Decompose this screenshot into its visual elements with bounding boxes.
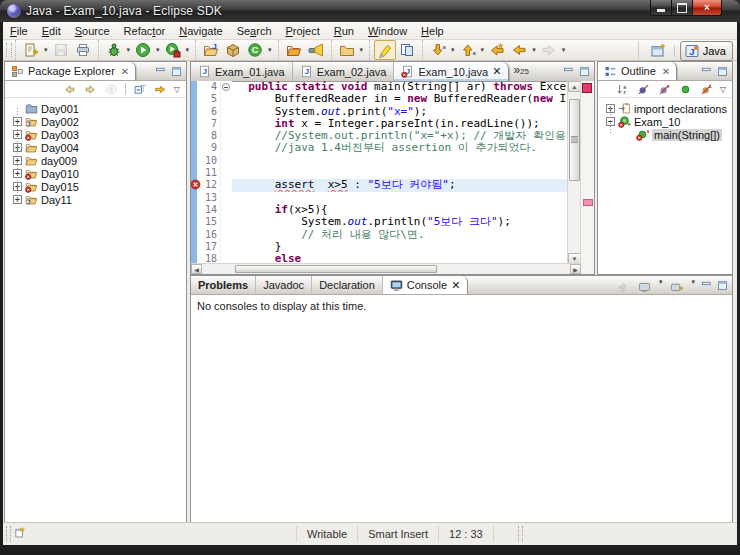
outline-item-exam-10[interactable]: −Exam_10: [598, 115, 732, 128]
scrollbar-thumb[interactable]: [235, 265, 437, 273]
previous-annotation-button[interactable]: a: [457, 40, 479, 60]
collapse-all-button[interactable]: [130, 81, 149, 98]
hide-static-members-button[interactable]: s: [655, 81, 674, 98]
overview-error-mark[interactable]: [583, 199, 593, 206]
hide-local-types-button[interactable]: L: [697, 81, 716, 98]
editor-tab-exam_10.java[interactable]: JExam_10.java✕: [394, 62, 509, 81]
view-maximize-button[interactable]: [716, 64, 729, 82]
last-edit-location-button[interactable]: [486, 40, 508, 60]
open-console-dropdown[interactable]: ▾: [689, 278, 697, 296]
code-line[interactable]: 14 if(x>5){: [191, 204, 568, 216]
tree-item-day11[interactable]: +JDay11: [5, 193, 186, 206]
tree-item-day002[interactable]: +JDay002: [5, 115, 186, 128]
menu-refactor[interactable]: Refactor: [117, 24, 173, 38]
view-tab-outline[interactable]: Outline✕: [598, 62, 677, 80]
back-button[interactable]: [508, 40, 530, 60]
code-line[interactable]: 12 assert x>5 : "5보다 커야됨";: [191, 179, 568, 191]
view-menu-icon[interactable]: ▽: [172, 85, 182, 94]
previous-annotation-dropdown[interactable]: ▾: [479, 46, 487, 54]
maximize-button[interactable]: [672, 0, 692, 16]
code-line[interactable]: 17 }: [191, 241, 568, 253]
display-selected-console-button[interactable]: [635, 278, 654, 296]
open-resource-dropdown[interactable]: ▾: [358, 46, 366, 54]
console-tab-console[interactable]: Console✕: [383, 276, 469, 294]
menu-run[interactable]: Run: [327, 24, 361, 38]
outline-item-main-string-[interactable]: smain(String[]): [616, 128, 732, 141]
console-maximize-button[interactable]: [716, 278, 729, 296]
editor-tab-exam_01.java[interactable]: JExam_01.java: [191, 62, 293, 81]
fold-ruler-cell[interactable]: [220, 81, 232, 93]
code-line[interactable]: 8 //System.out.println("x="+x); // 개발자 확…: [191, 130, 568, 142]
menu-window[interactable]: Window: [361, 24, 414, 38]
code-line[interactable]: 4 public static void main(String[] ar) t…: [191, 81, 568, 93]
code-line[interactable]: 10: [191, 155, 568, 167]
menu-edit[interactable]: Edit: [35, 24, 68, 38]
menu-source[interactable]: Source: [68, 24, 117, 38]
debug-dropdown[interactable]: ▾: [125, 46, 133, 54]
open-perspective-button[interactable]: [647, 41, 669, 61]
run-external-tools-button[interactable]: [162, 40, 184, 60]
scrollbar-thumb[interactable]: [569, 99, 580, 181]
menu-help[interactable]: Help: [414, 24, 451, 38]
code-line[interactable]: 13: [191, 192, 568, 204]
open-resource-button[interactable]: [336, 40, 358, 60]
code-line[interactable]: 9 //java 1.4버전부터 assertion 이 추가되었다.: [191, 142, 568, 154]
outline-item-import-declarations[interactable]: +import declarations: [598, 102, 732, 115]
view-minimize-button[interactable]: [154, 64, 167, 82]
editor-maximize-button[interactable]: [578, 64, 591, 82]
scroll-right-button[interactable]: ▶: [570, 264, 581, 274]
editor-horizontal-scrollbar[interactable]: ◀▶: [191, 263, 581, 274]
minimize-button[interactable]: [650, 0, 672, 16]
editor-tab-exam_02.java[interactable]: JExam_02.java: [293, 62, 395, 81]
editor-minimize-button[interactable]: [562, 64, 575, 82]
tree-item-day010[interactable]: +Day010: [5, 167, 186, 180]
code-line[interactable]: 15 System.out.println("5보다 크다");: [191, 216, 568, 228]
editor-vertical-scrollbar[interactable]: ▲▼: [567, 81, 581, 264]
search-button[interactable]: [305, 40, 327, 60]
print-button[interactable]: [72, 40, 94, 60]
tree-item-day004[interactable]: +Day004: [5, 141, 186, 154]
new-java-project-button[interactable]: J: [200, 40, 222, 60]
up-button[interactable]: [102, 81, 121, 98]
back-dropdown[interactable]: ▾: [530, 46, 538, 54]
link-with-editor-button[interactable]: [151, 81, 170, 98]
open-type-button[interactable]: [283, 40, 305, 60]
run-button[interactable]: [132, 40, 154, 60]
forward-button[interactable]: [538, 40, 560, 60]
console-tab-javadoc[interactable]: Javadoc: [256, 276, 312, 294]
code-line[interactable]: 6 System.out.print("x=");: [191, 106, 568, 118]
editor-tab-overflow-chevron[interactable]: »25: [509, 62, 533, 81]
close-button[interactable]: ×: [692, 0, 722, 16]
run-dropdown[interactable]: ▾: [154, 46, 162, 54]
new-java-class-dropdown[interactable]: ▾: [266, 46, 274, 54]
tree-item-day015[interactable]: +Day015: [5, 180, 186, 193]
menu-navigate[interactable]: Navigate: [172, 24, 229, 38]
code-line[interactable]: 5 BufferedReader in = new BufferedReader…: [191, 93, 568, 105]
menu-file[interactable]: File: [3, 24, 35, 38]
toolbar-grip[interactable]: [6, 43, 12, 57]
collapse-marker-icon[interactable]: [222, 83, 230, 91]
new-java-package-button[interactable]: [222, 40, 244, 60]
tree-item-day003[interactable]: +Day003: [5, 128, 186, 141]
view-menu-icon[interactable]: ▽: [718, 85, 728, 94]
perspective-java-button[interactable]: JJava: [680, 41, 733, 61]
new-wizard-dropdown[interactable]: ▾: [42, 46, 50, 54]
code-line[interactable]: 7 int x = Integer.parseInt(in.readLine()…: [191, 118, 568, 130]
view-tab-close-icon[interactable]: ✕: [662, 66, 670, 77]
next-annotation-button[interactable]: a: [427, 40, 449, 60]
console-tab-close-icon[interactable]: ✕: [451, 279, 460, 292]
console-tab-declaration[interactable]: Declaration: [312, 276, 383, 294]
run-external-tools-dropdown[interactable]: ▾: [184, 46, 192, 54]
view-maximize-button[interactable]: [170, 64, 183, 82]
forward-dropdown[interactable]: ▾: [560, 46, 568, 54]
code-line[interactable]: 16 // 처리 내용 많다\면.: [191, 229, 568, 241]
menu-search[interactable]: Search: [230, 24, 279, 38]
forward-button[interactable]: [81, 81, 100, 98]
view-tab-package-explorer[interactable]: Package Explorer✕: [5, 62, 136, 80]
debug-button[interactable]: [103, 40, 125, 60]
tree-item-day001[interactable]: Day001: [5, 102, 186, 115]
code-editor[interactable]: 4 public static void main(String[] ar) t…: [191, 81, 568, 264]
console-tab-problems[interactable]: Problems: [191, 276, 256, 294]
overview-ruler[interactable]: [580, 81, 594, 274]
code-line[interactable]: 11: [191, 167, 568, 179]
